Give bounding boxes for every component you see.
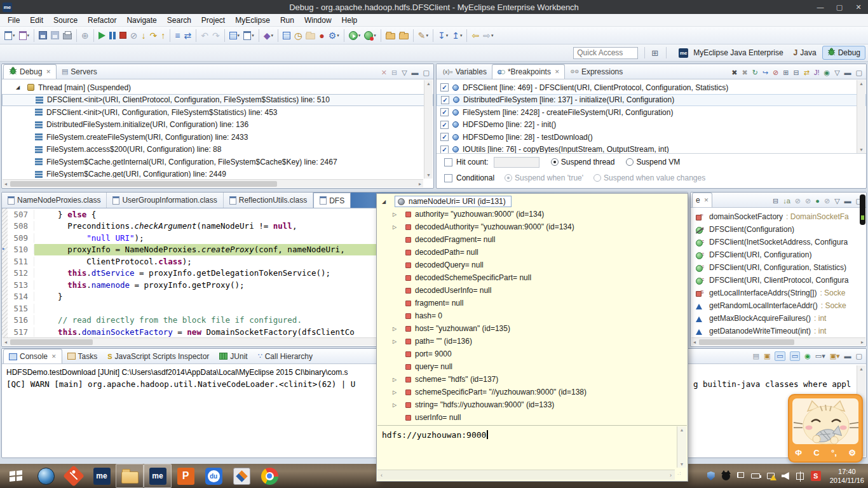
editor-tab-namenodeproxies-class[interactable]: NameNodeProxies.class bbox=[2, 193, 107, 208]
open-type-icon[interactable] bbox=[384, 29, 397, 43]
resize-grip[interactable]: .: bbox=[677, 470, 686, 479]
tab-outline-cut[interactable]: e✕ bbox=[692, 193, 712, 207]
menu-source[interactable]: Source bbox=[48, 15, 83, 26]
console-tab-javascript-scripts-inspector[interactable]: SJavaScript Scripts Inspector bbox=[102, 349, 214, 363]
remove-launch-icon[interactable]: ▤ bbox=[753, 353, 759, 360]
conditional-checkbox[interactable]: ✓ bbox=[444, 174, 452, 182]
minimize-icon[interactable]: ▬ bbox=[844, 353, 851, 360]
save-all-icon[interactable] bbox=[50, 29, 60, 43]
expand-icon[interactable]: ▷ bbox=[393, 212, 402, 217]
breakpoint-checkbox[interactable]: ✓ bbox=[440, 83, 449, 92]
collapse-all-icon[interactable]: ⊟ bbox=[773, 198, 778, 205]
hit-count-checkbox[interactable]: ✓ bbox=[444, 158, 452, 166]
taskbar-clock[interactable]: 17:40 2014/11/16 bbox=[826, 467, 868, 485]
breakpoint-row[interactable]: ✓HDFSDemo [line: 22] - init() bbox=[437, 119, 866, 132]
save-icon[interactable] bbox=[37, 29, 48, 43]
step-return-icon[interactable]: ↑ bbox=[159, 29, 166, 43]
variable-row[interactable]: decodedPath= null bbox=[377, 246, 687, 259]
collapse-all-icon[interactable]: ⊟ bbox=[794, 69, 799, 76]
perspective-debug[interactable]: Debug bbox=[822, 46, 865, 60]
variable-row[interactable]: port= 9000 bbox=[377, 348, 687, 360]
expand-icon[interactable]: ▷ bbox=[393, 339, 402, 344]
stack-frame-row[interactable]: FileSystem.createFileSystem(URI, Configu… bbox=[2, 131, 433, 144]
breakpoint-checkbox[interactable]: ✓ bbox=[440, 133, 449, 141]
menu-myeclipse[interactable]: MyEclipse bbox=[230, 15, 275, 26]
hide-fields-icon[interactable]: ⊘ bbox=[795, 198, 801, 205]
editor-tab-dfs[interactable]: DFS bbox=[313, 193, 351, 208]
view-menu-icon[interactable]: ▽ bbox=[834, 69, 839, 76]
maximize-icon[interactable]: ▢ bbox=[856, 69, 862, 76]
expand-icon[interactable]: ▷ bbox=[393, 224, 402, 230]
sort-icon[interactable]: ↓a bbox=[783, 198, 790, 205]
remove-selected-breakpoints-icon[interactable]: ✖ bbox=[731, 69, 737, 76]
print-icon[interactable] bbox=[62, 29, 73, 43]
breakpoint-checkbox[interactable]: ✓ bbox=[440, 108, 449, 116]
outline-item[interactable]: getDatanodeWriteTimeout(int) : int bbox=[691, 325, 866, 337]
expand-icon[interactable]: ◢ bbox=[382, 199, 391, 205]
thread-row[interactable]: ◢Thread [main] (Suspended) bbox=[2, 81, 433, 94]
outline-item[interactable]: FdomainSocketFactory : DomainSocketFa bbox=[691, 210, 866, 223]
breakpoints-vscrollbar[interactable]: ▲▼ bbox=[857, 80, 865, 153]
suspend-icon[interactable] bbox=[108, 29, 117, 43]
inspect-value-pane[interactable]: hdfs://yuzhouwan:9000 ▲▼ bbox=[377, 425, 687, 468]
outline-item[interactable]: cDFSClient(URI, Configuration, Statistic… bbox=[691, 261, 866, 274]
variable-row[interactable]: ▷decodedAuthority= "yuzhouwan:9000" (id=… bbox=[377, 220, 687, 233]
cat-widget-button[interactable]: ⚙ bbox=[848, 448, 856, 458]
outline-item[interactable]: cDFSClient(URI, Configuration) bbox=[691, 248, 866, 261]
start-button[interactable] bbox=[0, 464, 32, 488]
collapse-all-icon[interactable]: ⊟ bbox=[391, 69, 397, 76]
minimize-icon[interactable]: ▬ bbox=[844, 198, 851, 205]
variable-row[interactable]: hash= 0 bbox=[377, 309, 687, 322]
run-on-server-icon[interactable]: ▾ bbox=[242, 29, 255, 43]
back-icon[interactable]: ⇦ bbox=[470, 29, 480, 43]
battery-icon[interactable] bbox=[751, 473, 760, 478]
variable-row[interactable]: ▷schemeSpecificPart= "//yuzhouwan:9000" … bbox=[377, 386, 687, 398]
close-icon[interactable]: ✕ bbox=[704, 197, 709, 203]
cat-widget-button[interactable]: °, bbox=[831, 448, 837, 458]
breakpoint-checkbox[interactable]: ✓ bbox=[440, 121, 449, 129]
timer-icon[interactable]: ◷ bbox=[293, 29, 303, 43]
suspend-thread-radio[interactable] bbox=[551, 158, 559, 166]
stack-frame-row[interactable]: DFSClient.<init>(URI, Configuration, Fil… bbox=[2, 106, 433, 119]
outline-item[interactable]: getRandomLocalInterfaceAddr() : Socke bbox=[691, 299, 866, 312]
breakpoint-row[interactable]: ✓DistributedFileSystem [line: 137] - ini… bbox=[437, 94, 866, 107]
go-to-file-icon[interactable]: ↪ bbox=[763, 69, 768, 76]
cat-pet-widget[interactable]: ΦC°,⚙ bbox=[788, 394, 863, 463]
menu-file[interactable]: File bbox=[3, 15, 25, 26]
net-warn-icon[interactable] bbox=[767, 473, 775, 479]
flag-icon[interactable] bbox=[737, 472, 744, 478]
taskbar-folder[interactable] bbox=[116, 464, 144, 488]
outline-list[interactable]: FdomainSocketFactory : DomainSocketFacDF… bbox=[691, 208, 866, 337]
new-icon[interactable]: ▾ bbox=[3, 29, 17, 43]
outline-item[interactable]: cDFSClient(URI, ClientProtocol, Configur… bbox=[691, 274, 866, 287]
minimize-icon[interactable]: ▬ bbox=[844, 69, 851, 76]
hide-local-types-icon[interactable]: ⊘ bbox=[824, 198, 830, 205]
suspend-vm-radio[interactable] bbox=[626, 158, 634, 166]
variable-row[interactable]: ▷host= "yuzhouwan" (id=135) bbox=[377, 322, 687, 335]
popup-value-vscrollbar[interactable]: ▲▼ bbox=[677, 426, 686, 468]
outline-item[interactable]: cDFSClient(InetSocketAddress, Configura bbox=[691, 236, 866, 248]
menu-run[interactable]: Run bbox=[275, 15, 299, 26]
preferences-gear-icon[interactable]: ⚙▾ bbox=[327, 29, 341, 43]
taskbar-me-active[interactable]: me bbox=[144, 464, 172, 488]
tab-breakpoints[interactable]: *Breakpoints✕ bbox=[492, 64, 566, 79]
variable-row[interactable]: fragment= null bbox=[377, 297, 687, 309]
taskbar-me[interactable]: me bbox=[88, 464, 116, 488]
menu-edit[interactable]: Edit bbox=[25, 15, 48, 26]
debug-hscrollbar[interactable]: ◂▸ bbox=[3, 179, 423, 187]
variable-row[interactable]: decodedSchemeSpecificPart= null bbox=[377, 271, 687, 284]
stack-frame-row[interactable]: DistributedFileSystem.initialize(URI, Co… bbox=[2, 119, 433, 132]
import-icon[interactable]: ↧▾ bbox=[437, 29, 449, 43]
suspend-true-radio[interactable] bbox=[505, 174, 512, 182]
tab-debug[interactable]: Debug✕ bbox=[3, 64, 57, 79]
undo-icon[interactable]: ↶ bbox=[200, 29, 210, 43]
open-resource-icon[interactable] bbox=[398, 29, 410, 43]
perspective-myeclipse-java-enterprise[interactable]: meMyEclipse Java Enterprise bbox=[672, 47, 787, 59]
cat-widget-button[interactable]: Φ bbox=[795, 448, 802, 458]
variable-row[interactable]: ▷string= "hdfs://yuzhouwan:9000" (id=133… bbox=[377, 398, 687, 411]
outline-item[interactable]: cDFSClient(Configuration) bbox=[691, 223, 866, 236]
pin-console-icon[interactable]: ◉ bbox=[804, 353, 811, 360]
console-tab-console[interactable]: Console✕ bbox=[3, 349, 62, 363]
editor-tab-reflectionutils-class[interactable]: ReflectionUtils.class bbox=[224, 193, 313, 208]
variable-row[interactable]: decodedQuery= null bbox=[377, 259, 687, 271]
